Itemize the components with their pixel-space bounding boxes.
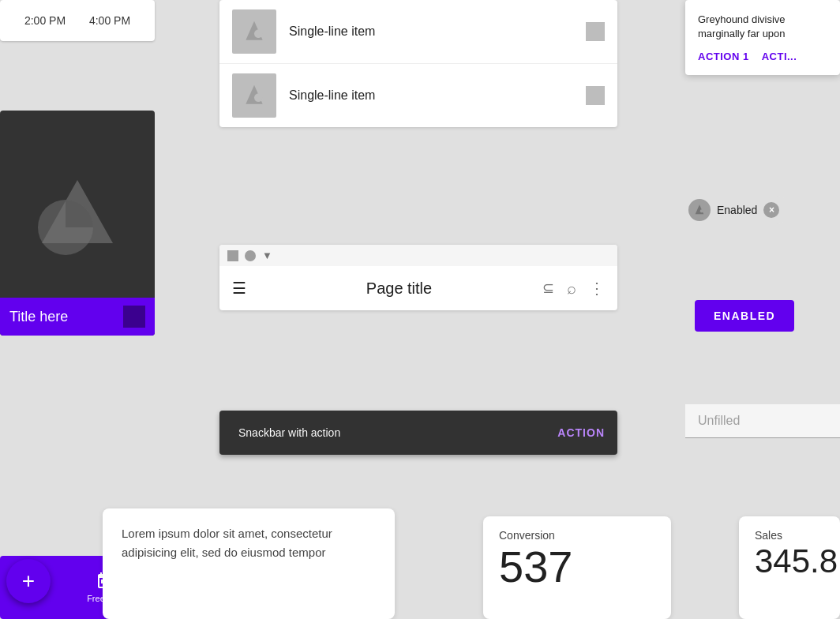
snackbar-action-button[interactable]: ACTION <box>557 426 605 439</box>
fab-plus-icon: + <box>22 570 35 592</box>
more-vert-icon[interactable]: ⋮ <box>589 279 605 298</box>
chip-row: Enabled × <box>685 196 789 224</box>
svg-point-3 <box>254 29 263 38</box>
window-btn-arrow: ▼ <box>262 249 272 261</box>
unfilled-placeholder: Unfilled <box>698 414 740 427</box>
fab-button[interactable]: + <box>6 559 51 603</box>
list-item-secondary-2 <box>586 86 605 105</box>
dialog-text: Greyhound divisive marginally far upon <box>698 13 827 41</box>
title-bar-text: Title here <box>9 309 68 325</box>
dialog-card: Greyhound divisive marginally far upon A… <box>685 0 840 75</box>
sales-label: Sales <box>755 529 824 542</box>
lorem-text: Lorem ipsum dolor sit amet, consectetur … <box>122 524 376 562</box>
title-bar: Title here <box>0 298 155 336</box>
conversion-label: Conversion <box>499 529 655 542</box>
thumb-icon-1 <box>242 19 267 44</box>
left-dark-card: Title here <box>0 111 155 336</box>
snackbar-message: Snackbar with action <box>238 426 340 439</box>
app-bar-card: ▼ ☰ Page title ⊆ ⌕ ⋮ <box>219 245 617 310</box>
hamburger-menu-icon[interactable]: ☰ <box>232 276 256 301</box>
app-bar-actions: ⊆ ⌕ ⋮ <box>542 279 605 298</box>
enabled-chip[interactable]: Enabled × <box>685 196 789 224</box>
time-label-1: 2:00 PM <box>24 14 66 27</box>
list-item-text-2: Single-line item <box>289 88 573 103</box>
list-card: Single-line item Single-line item <box>219 0 617 127</box>
svg-point-7 <box>700 209 703 212</box>
sales-value: 345.8 <box>755 545 824 578</box>
app-bar-title: Page title <box>256 279 542 298</box>
window-btn-circle <box>245 250 256 261</box>
lorem-card: Lorem ipsum dolor sit amet, consectetur … <box>103 508 395 619</box>
list-item-2[interactable]: Single-line item <box>219 64 617 127</box>
title-bar-rect <box>123 306 145 328</box>
chip-close-icon[interactable]: × <box>763 202 779 218</box>
conversion-value: 537 <box>499 545 655 589</box>
list-item-1[interactable]: Single-line item <box>219 0 617 64</box>
chip-avatar-icon <box>693 204 706 216</box>
snackbar: Snackbar with action ACTION <box>219 411 617 455</box>
dialog-actions: ACTION 1 ACTI... <box>698 51 827 62</box>
dialog-action1-button[interactable]: ACTION 1 <box>698 51 749 62</box>
list-item-secondary-1 <box>586 22 605 41</box>
time-label-2: 4:00 PM <box>89 14 130 27</box>
window-btn-square <box>227 250 238 261</box>
chip-label: Enabled <box>717 204 757 216</box>
sales-card: Sales 345.8 <box>739 516 840 619</box>
placeholder-art-icon <box>26 172 129 275</box>
chip-avatar <box>688 199 711 221</box>
time-card: 2:00 PM 4:00 PM <box>0 0 155 41</box>
svg-point-5 <box>254 93 263 102</box>
app-bar-content: ☰ Page title ⊆ ⌕ ⋮ <box>219 266 617 310</box>
app-bar-window-controls: ▼ <box>219 245 617 266</box>
share-icon[interactable]: ⊆ <box>542 279 554 297</box>
search-icon[interactable]: ⌕ <box>567 279 576 298</box>
list-item-text-1: Single-line item <box>289 24 573 39</box>
unfilled-text-field[interactable]: Unfilled <box>685 404 840 438</box>
conversion-card: Conversion 537 <box>483 516 671 619</box>
list-thumb-1 <box>232 9 276 54</box>
thumb-icon-2 <box>242 83 267 108</box>
list-thumb-2 <box>232 73 276 118</box>
svg-marker-6 <box>696 204 704 214</box>
dialog-action2-button[interactable]: ACTI... <box>762 51 797 62</box>
enabled-button[interactable]: ENABLED <box>695 300 794 332</box>
